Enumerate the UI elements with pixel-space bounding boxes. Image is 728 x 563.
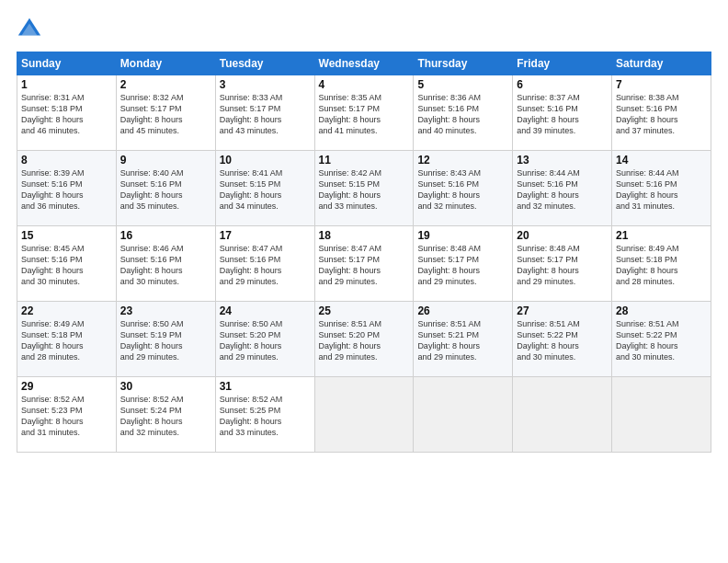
calendar-cell: 2Sunrise: 8:32 AM Sunset: 5:17 PM Daylig… <box>116 75 215 151</box>
cell-details: Sunrise: 8:50 AM Sunset: 5:19 PM Dayligh… <box>120 318 211 363</box>
calendar-cell: 11Sunrise: 8:42 AM Sunset: 5:15 PM Dayli… <box>314 151 414 226</box>
day-number: 4 <box>319 78 410 91</box>
day-number: 8 <box>21 154 112 167</box>
cell-details: Sunrise: 8:44 AM Sunset: 5:16 PM Dayligh… <box>517 167 608 213</box>
day-number: 2 <box>120 78 211 91</box>
day-number: 27 <box>517 304 608 317</box>
calendar-cell: 6Sunrise: 8:37 AM Sunset: 5:16 PM Daylig… <box>513 75 612 151</box>
calendar-cell: 26Sunrise: 8:51 AM Sunset: 5:21 PM Dayli… <box>414 302 513 377</box>
calendar-cell: 3Sunrise: 8:33 AM Sunset: 5:17 PM Daylig… <box>215 75 314 151</box>
day-number: 23 <box>120 304 211 317</box>
cell-details: Sunrise: 8:42 AM Sunset: 5:15 PM Dayligh… <box>319 167 410 213</box>
calendar-cell: 30Sunrise: 8:52 AM Sunset: 5:24 PM Dayli… <box>116 377 215 453</box>
calendar-cell: 27Sunrise: 8:51 AM Sunset: 5:22 PM Dayli… <box>513 302 612 377</box>
calendar-header-friday: Friday <box>513 52 612 75</box>
cell-details: Sunrise: 8:51 AM Sunset: 5:22 PM Dayligh… <box>616 318 707 363</box>
calendar-header: SundayMondayTuesdayWednesdayThursdayFrid… <box>17 52 711 75</box>
day-number: 21 <box>616 229 707 242</box>
cell-details: Sunrise: 8:51 AM Sunset: 5:21 PM Dayligh… <box>417 318 508 363</box>
calendar-header-tuesday: Tuesday <box>215 52 314 75</box>
calendar-cell: 25Sunrise: 8:51 AM Sunset: 5:20 PM Dayli… <box>314 302 414 377</box>
calendar-cell: 24Sunrise: 8:50 AM Sunset: 5:20 PM Dayli… <box>215 302 314 377</box>
cell-details: Sunrise: 8:49 AM Sunset: 5:18 PM Dayligh… <box>616 243 707 288</box>
calendar-cell: 19Sunrise: 8:48 AM Sunset: 5:17 PM Dayli… <box>414 226 513 302</box>
cell-details: Sunrise: 8:35 AM Sunset: 5:17 PM Dayligh… <box>319 92 410 137</box>
day-number: 30 <box>120 380 211 393</box>
logo-icon <box>17 17 42 42</box>
header <box>17 17 711 42</box>
calendar-cell: 21Sunrise: 8:49 AM Sunset: 5:18 PM Dayli… <box>612 226 711 302</box>
cell-details: Sunrise: 8:39 AM Sunset: 5:16 PM Dayligh… <box>21 167 112 213</box>
calendar-cell <box>314 377 414 453</box>
calendar-cell: 31Sunrise: 8:52 AM Sunset: 5:25 PM Dayli… <box>215 377 314 453</box>
calendar-cell <box>612 377 711 453</box>
cell-details: Sunrise: 8:43 AM Sunset: 5:16 PM Dayligh… <box>417 167 508 213</box>
calendar-cell: 15Sunrise: 8:45 AM Sunset: 5:16 PM Dayli… <box>17 226 117 302</box>
cell-details: Sunrise: 8:52 AM Sunset: 5:25 PM Dayligh… <box>220 394 311 439</box>
calendar-header-thursday: Thursday <box>414 52 513 75</box>
day-number: 19 <box>417 229 508 242</box>
calendar-week-1: 1Sunrise: 8:31 AM Sunset: 5:18 PM Daylig… <box>17 75 711 151</box>
calendar-cell: 4Sunrise: 8:35 AM Sunset: 5:17 PM Daylig… <box>314 75 414 151</box>
calendar-cell <box>414 377 513 453</box>
cell-details: Sunrise: 8:45 AM Sunset: 5:16 PM Dayligh… <box>21 243 112 288</box>
day-number: 7 <box>616 78 707 91</box>
cell-details: Sunrise: 8:50 AM Sunset: 5:20 PM Dayligh… <box>220 318 311 363</box>
cell-details: Sunrise: 8:32 AM Sunset: 5:17 PM Dayligh… <box>120 92 211 137</box>
calendar-week-2: 8Sunrise: 8:39 AM Sunset: 5:16 PM Daylig… <box>17 151 711 226</box>
cell-details: Sunrise: 8:51 AM Sunset: 5:22 PM Dayligh… <box>517 318 608 363</box>
page: SundayMondayTuesdayWednesdayThursdayFrid… <box>0 0 728 563</box>
cell-details: Sunrise: 8:48 AM Sunset: 5:17 PM Dayligh… <box>417 243 508 288</box>
calendar-cell: 29Sunrise: 8:52 AM Sunset: 5:23 PM Dayli… <box>17 377 117 453</box>
day-number: 9 <box>120 154 211 167</box>
cell-details: Sunrise: 8:41 AM Sunset: 5:15 PM Dayligh… <box>220 167 311 213</box>
day-number: 12 <box>417 154 508 167</box>
calendar-header-monday: Monday <box>116 52 215 75</box>
calendar-header-wednesday: Wednesday <box>314 52 414 75</box>
calendar-cell: 20Sunrise: 8:48 AM Sunset: 5:17 PM Dayli… <box>513 226 612 302</box>
day-number: 20 <box>517 229 608 242</box>
day-number: 29 <box>21 380 112 393</box>
day-number: 11 <box>319 154 410 167</box>
day-number: 10 <box>220 154 311 167</box>
calendar-cell: 18Sunrise: 8:47 AM Sunset: 5:17 PM Dayli… <box>314 226 414 302</box>
cell-details: Sunrise: 8:33 AM Sunset: 5:17 PM Dayligh… <box>220 92 311 137</box>
calendar-cell <box>513 377 612 453</box>
calendar-cell: 7Sunrise: 8:38 AM Sunset: 5:16 PM Daylig… <box>612 75 711 151</box>
day-number: 13 <box>517 154 608 167</box>
day-number: 18 <box>319 229 410 242</box>
cell-details: Sunrise: 8:47 AM Sunset: 5:16 PM Dayligh… <box>220 243 311 288</box>
calendar-table: SundayMondayTuesdayWednesdayThursdayFrid… <box>17 52 711 453</box>
day-number: 1 <box>21 78 112 91</box>
calendar-week-5: 29Sunrise: 8:52 AM Sunset: 5:23 PM Dayli… <box>17 377 711 453</box>
calendar-cell: 17Sunrise: 8:47 AM Sunset: 5:16 PM Dayli… <box>215 226 314 302</box>
calendar-cell: 13Sunrise: 8:44 AM Sunset: 5:16 PM Dayli… <box>513 151 612 226</box>
cell-details: Sunrise: 8:48 AM Sunset: 5:17 PM Dayligh… <box>517 243 608 288</box>
cell-details: Sunrise: 8:51 AM Sunset: 5:20 PM Dayligh… <box>319 318 410 363</box>
day-number: 5 <box>417 78 508 91</box>
day-number: 17 <box>220 229 311 242</box>
cell-details: Sunrise: 8:38 AM Sunset: 5:16 PM Dayligh… <box>616 92 707 137</box>
calendar-week-4: 22Sunrise: 8:49 AM Sunset: 5:18 PM Dayli… <box>17 302 711 377</box>
cell-details: Sunrise: 8:49 AM Sunset: 5:18 PM Dayligh… <box>21 318 112 363</box>
day-number: 6 <box>517 78 608 91</box>
day-number: 22 <box>21 304 112 317</box>
calendar-cell: 10Sunrise: 8:41 AM Sunset: 5:15 PM Dayli… <box>215 151 314 226</box>
cell-details: Sunrise: 8:36 AM Sunset: 5:16 PM Dayligh… <box>417 92 508 137</box>
cell-details: Sunrise: 8:46 AM Sunset: 5:16 PM Dayligh… <box>120 243 211 288</box>
calendar-header-saturday: Saturday <box>612 52 711 75</box>
day-number: 15 <box>21 229 112 242</box>
calendar-cell: 8Sunrise: 8:39 AM Sunset: 5:16 PM Daylig… <box>17 151 117 226</box>
day-number: 24 <box>220 304 311 317</box>
calendar-cell: 14Sunrise: 8:44 AM Sunset: 5:16 PM Dayli… <box>612 151 711 226</box>
calendar-cell: 5Sunrise: 8:36 AM Sunset: 5:16 PM Daylig… <box>414 75 513 151</box>
logo <box>17 17 46 42</box>
day-number: 3 <box>220 78 311 91</box>
calendar-header-sunday: Sunday <box>17 52 117 75</box>
calendar-cell: 12Sunrise: 8:43 AM Sunset: 5:16 PM Dayli… <box>414 151 513 226</box>
calendar-cell: 9Sunrise: 8:40 AM Sunset: 5:16 PM Daylig… <box>116 151 215 226</box>
day-number: 28 <box>616 304 707 317</box>
cell-details: Sunrise: 8:52 AM Sunset: 5:24 PM Dayligh… <box>120 394 211 439</box>
calendar-cell: 16Sunrise: 8:46 AM Sunset: 5:16 PM Dayli… <box>116 226 215 302</box>
calendar-cell: 22Sunrise: 8:49 AM Sunset: 5:18 PM Dayli… <box>17 302 117 377</box>
